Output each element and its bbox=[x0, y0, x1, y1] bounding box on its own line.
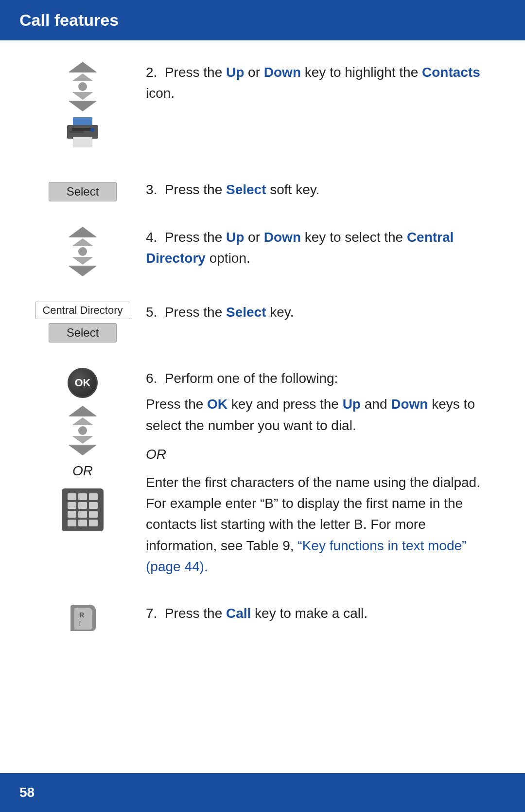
dialpad-key-4 bbox=[68, 502, 76, 509]
step-6-row: OK OR bbox=[29, 366, 496, 577]
step-5-row: Central Directory Select 5. Press the Se… bbox=[29, 300, 496, 343]
step-7-row: R [ 7. Press the Call key to make a call… bbox=[29, 601, 496, 633]
printer-svg bbox=[63, 116, 102, 150]
svg-text:[: [ bbox=[79, 621, 81, 626]
fan-mid-up-4 bbox=[72, 238, 93, 246]
dialpad-key-star bbox=[68, 520, 76, 526]
page-header: Call features bbox=[0, 0, 525, 40]
step-3-select: Select bbox=[226, 182, 266, 197]
dialpad-key-6 bbox=[89, 502, 98, 509]
step-2-row: 2. Press the Up or Down key to highlight… bbox=[29, 60, 496, 154]
cd-label: Central Directory bbox=[35, 302, 130, 319]
step-2-number: 2. bbox=[146, 65, 165, 80]
fan-center-shape bbox=[78, 82, 87, 91]
step-3-icon: Select bbox=[29, 177, 136, 201]
dialpad-key-1 bbox=[68, 493, 76, 500]
step-7-number: 7. bbox=[146, 606, 165, 621]
step-3-number: 3. bbox=[146, 182, 165, 197]
printer-icon bbox=[63, 116, 102, 154]
step-4-down: Down bbox=[264, 230, 301, 245]
fan-mid-up-shape bbox=[72, 73, 93, 81]
fan-up-4 bbox=[68, 227, 97, 237]
step-4-row: 4. Press the Up or Down key to select th… bbox=[29, 225, 496, 276]
dialpad-key-5 bbox=[78, 502, 87, 509]
step-5-icon: Central Directory Select bbox=[29, 300, 136, 343]
fan-mid-down-shape bbox=[72, 92, 93, 100]
fan-up-6 bbox=[68, 406, 97, 416]
step-7-icon: R [ bbox=[29, 601, 136, 633]
fan-center-6 bbox=[78, 426, 87, 435]
or-label: OR bbox=[72, 463, 93, 479]
svg-rect-2 bbox=[72, 128, 93, 131]
dialpad-key-2 bbox=[78, 493, 87, 500]
step-6-icon: OK OR bbox=[29, 366, 136, 531]
fan-mid-up-6 bbox=[72, 417, 93, 425]
call-key-svg: R [ bbox=[66, 603, 100, 633]
page-title: Call features bbox=[19, 11, 119, 30]
fan-up-shape bbox=[68, 62, 97, 72]
step-6-intro: 6. Perform one of the following: bbox=[146, 368, 496, 389]
step-5-select: Select bbox=[226, 305, 266, 320]
dialpad-key-0 bbox=[78, 520, 87, 526]
svg-point-4 bbox=[90, 128, 94, 132]
nav-up-icon bbox=[68, 62, 97, 111]
step-4-number: 4. bbox=[146, 230, 165, 245]
step-6-number: 6. bbox=[146, 371, 165, 386]
step-6-dialpad-desc: Enter the first characters of the name u… bbox=[146, 472, 496, 577]
fan-mid-down-6 bbox=[72, 436, 93, 444]
dialpad-icon-container bbox=[62, 488, 104, 531]
dialpad-key-hash bbox=[89, 520, 98, 526]
main-content: 2. Press the Up or Down key to highlight… bbox=[0, 40, 525, 676]
step-2-text: 2. Press the Up or Down key to highlight… bbox=[136, 60, 496, 104]
step-3-row: Select 3. Press the Select soft key. bbox=[29, 177, 496, 201]
nav-icon-step6 bbox=[68, 406, 97, 455]
select-button-step5: Select bbox=[49, 323, 117, 343]
fan-down-4 bbox=[68, 266, 97, 276]
svg-text:R: R bbox=[79, 611, 84, 619]
or-text-inline: OR bbox=[146, 444, 496, 465]
step-2-icon bbox=[29, 60, 136, 154]
dialpad-icon bbox=[62, 488, 104, 531]
step-3-text: 3. Press the Select soft key. bbox=[136, 177, 496, 200]
step-6-ok: OK bbox=[207, 397, 228, 412]
step-5-number: 5. bbox=[146, 305, 165, 320]
step-4-icon bbox=[29, 225, 136, 276]
step-7-call: Call bbox=[226, 606, 251, 621]
step-6-down: Down bbox=[391, 397, 428, 412]
step-6-up: Up bbox=[343, 397, 361, 412]
step-2-contacts: Contacts bbox=[422, 65, 480, 80]
step-5-text: 5. Press the Select key. bbox=[136, 300, 496, 323]
fan-down-shape bbox=[68, 101, 97, 111]
dialpad-key-3 bbox=[89, 493, 98, 500]
nav-icon-step4 bbox=[68, 227, 97, 276]
step-6-text: 6. Perform one of the following: Press t… bbox=[136, 366, 496, 577]
select-button-icon: Select bbox=[49, 182, 117, 201]
fan-center-4 bbox=[78, 247, 87, 256]
svg-rect-5 bbox=[69, 131, 84, 133]
dialpad-key-7 bbox=[68, 511, 76, 518]
step-6-ok-desc: Press the OK key and press the Up and Do… bbox=[146, 394, 496, 436]
nav-icon-step6-container bbox=[68, 406, 97, 455]
fan-down-6 bbox=[68, 445, 97, 455]
dialpad-key-8 bbox=[78, 511, 87, 518]
step-4-up: Up bbox=[226, 230, 244, 245]
page-footer: 58 bbox=[0, 773, 525, 812]
step-6-link[interactable]: “Key functions in text mode” (page 44). bbox=[146, 538, 466, 574]
step-2-up: Up bbox=[226, 65, 244, 80]
dialpad-key-9 bbox=[89, 511, 98, 518]
ok-button-icon: OK bbox=[68, 368, 98, 398]
step-4-text: 4. Press the Up or Down key to select th… bbox=[136, 225, 496, 269]
step-7-text: 7. Press the Call key to make a call. bbox=[136, 601, 496, 624]
page-number: 58 bbox=[19, 785, 35, 800]
svg-rect-3 bbox=[73, 137, 92, 147]
fan-mid-down-4 bbox=[72, 257, 93, 265]
step-2-down: Down bbox=[264, 65, 301, 80]
